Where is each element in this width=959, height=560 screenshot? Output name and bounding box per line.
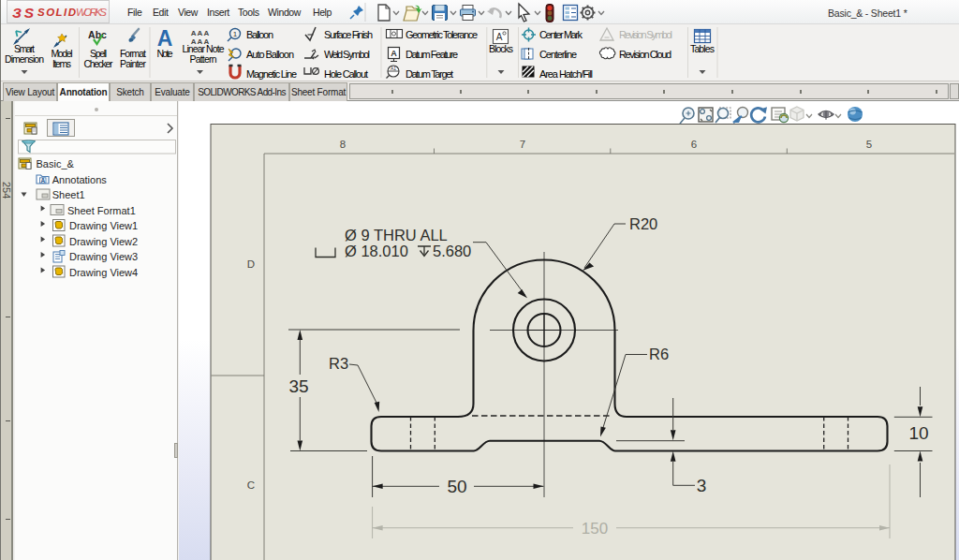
svg-text:R3: R3 (329, 355, 348, 372)
svg-text:Datum Target: Datum Target (406, 68, 453, 80)
svg-text:Dimension: Dimension (5, 53, 44, 65)
svg-text:Ø 18.010: Ø 18.010 (345, 243, 408, 259)
svg-text:Basic_&: Basic_& (37, 158, 75, 169)
svg-text:A: A (496, 32, 503, 42)
svg-text:Revision Cloud: Revision Cloud (619, 49, 671, 60)
svg-text:A: A (391, 49, 397, 58)
svg-text:3: 3 (697, 476, 707, 495)
svg-text:Revision Symbol: Revision Symbol (619, 29, 672, 40)
svg-text:AAA: AAA (191, 29, 210, 37)
svg-text:Drawing View4: Drawing View4 (69, 267, 138, 278)
svg-text:Checker: Checker (84, 58, 114, 69)
svg-text:R6: R6 (649, 346, 669, 362)
svg-text:WORKS: WORKS (76, 7, 107, 18)
svg-text:8: 8 (340, 139, 346, 150)
svg-text:Geometric Tolerance: Geometric Tolerance (406, 29, 478, 40)
svg-text:Auto Balloon: Auto Balloon (246, 49, 294, 60)
svg-text:Hole Callout: Hole Callout (324, 68, 368, 80)
svg-text:A: A (41, 177, 46, 184)
svg-text:5.680: 5.680 (433, 243, 471, 259)
svg-text:Drawing View3: Drawing View3 (69, 251, 138, 262)
svg-text:Pattern: Pattern (190, 53, 217, 65)
svg-text:A1: A1 (391, 66, 396, 71)
svg-text:Annotations: Annotations (52, 174, 108, 185)
svg-text:Magnetic Line: Magnetic Line (246, 68, 297, 80)
svg-text:Drawing View2: Drawing View2 (69, 236, 138, 247)
svg-text:D: D (247, 258, 255, 270)
svg-text:Items: Items (52, 58, 71, 69)
svg-text:Surface Finish: Surface Finish (324, 29, 373, 40)
svg-text:Sheet Format1: Sheet Format1 (67, 205, 136, 216)
svg-text:Balloon: Balloon (246, 29, 273, 40)
svg-text:Weld Symbol: Weld Symbol (324, 49, 370, 60)
svg-text:C: C (247, 479, 255, 491)
svg-text:Abc: Abc (88, 29, 107, 40)
svg-text:6: 6 (691, 139, 697, 150)
svg-text:Blocks: Blocks (489, 43, 513, 54)
svg-text:ЗS: ЗS (12, 5, 35, 21)
svg-text:5: 5 (866, 139, 872, 150)
svg-text:SOLID: SOLID (37, 7, 76, 18)
svg-text:Painter: Painter (120, 58, 147, 69)
svg-text:Ø 9 THRU ALL: Ø 9 THRU ALL (345, 227, 448, 243)
svg-text:Note: Note (157, 48, 173, 59)
svg-text:Centerline: Centerline (539, 49, 577, 60)
svg-text:10: 10 (908, 423, 928, 443)
svg-text:35: 35 (288, 376, 308, 396)
svg-text:Center Mark: Center Mark (539, 29, 583, 40)
svg-text:R20: R20 (629, 215, 657, 232)
svg-text:Datum Feature: Datum Feature (406, 49, 458, 60)
svg-text:7: 7 (520, 139, 525, 150)
svg-text:Area Hatch/Fill: Area Hatch/Fill (539, 68, 593, 80)
svg-text:50: 50 (447, 477, 466, 496)
svg-text:Sheet1: Sheet1 (52, 189, 85, 200)
svg-text:150: 150 (582, 520, 608, 538)
svg-text:Tables: Tables (690, 43, 715, 54)
svg-text:Drawing View1: Drawing View1 (69, 220, 138, 231)
svg-text:1: 1 (233, 30, 238, 38)
